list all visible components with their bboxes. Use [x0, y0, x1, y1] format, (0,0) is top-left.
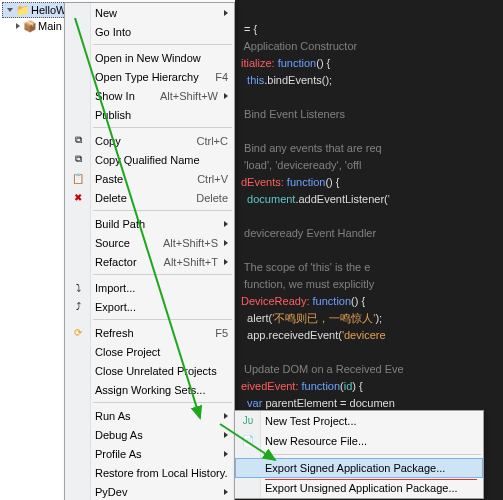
menu-separator: [93, 127, 232, 128]
code-line: 'load', 'deviceready', 'offl: [241, 159, 361, 171]
submenu-item-export-unsigned[interactable]: Export Unsigned Application Package...: [235, 478, 483, 498]
menu-item-profile-as[interactable]: Profile As: [65, 444, 234, 463]
submenu-arrow-icon: [224, 432, 228, 438]
refresh-icon: ⟳: [70, 325, 86, 339]
menu-item-open-new-window[interactable]: Open in New Window: [65, 48, 234, 67]
menu-separator: [93, 319, 232, 320]
export-icon: ⤴: [70, 299, 86, 313]
code-line: this: [241, 74, 264, 86]
file-icon: 📄: [240, 433, 256, 447]
menu-separator: [93, 210, 232, 211]
submenu-item-export-signed[interactable]: Export Signed Application Package...: [235, 458, 483, 478]
submenu-arrow-icon: [224, 489, 228, 495]
menu-item-copy-qualified[interactable]: ⧉Copy Qualified Name: [65, 150, 234, 169]
submenu-arrow-icon: [224, 240, 228, 246]
submenu-arrow-icon: [224, 413, 228, 419]
menu-item-paste[interactable]: 📋PasteCtrl+V: [65, 169, 234, 188]
menu-item-publish[interactable]: Publish: [65, 105, 234, 124]
menu-item-restore[interactable]: Restore from Local History...: [65, 463, 234, 482]
code-line: Bind Event Listeners: [241, 108, 345, 120]
menu-separator: [93, 44, 232, 45]
submenu-arrow-icon: [224, 451, 228, 457]
code-line: dEvents:: [241, 176, 284, 188]
menu-item-copy[interactable]: ⧉CopyCtrl+C: [65, 131, 234, 150]
submenu-item-new-test[interactable]: JυNew Test Project...: [235, 411, 483, 431]
code-line: eivedEvent:: [241, 380, 298, 392]
code-line: app.receivedEvent(: [241, 329, 342, 341]
menu-item-refresh[interactable]: ⟳RefreshF5: [65, 323, 234, 342]
tree-item-child[interactable]: 📦 Main: [2, 18, 66, 34]
menu-item-build-path[interactable]: Build Path: [65, 214, 234, 233]
submenu-arrow-icon: [224, 259, 228, 265]
code-line: alert(: [241, 312, 272, 324]
tree-item-label: Main: [38, 20, 62, 32]
code-line: var: [241, 397, 262, 409]
menu-separator: [93, 402, 232, 403]
code-line: function, we must explicitly: [241, 278, 374, 290]
code-line: DeviceReady:: [241, 295, 309, 307]
code-line: = {: [241, 23, 257, 35]
submenu-arrow-icon: [224, 221, 228, 227]
menu-item-import[interactable]: ⤵Import...: [65, 278, 234, 297]
code-line: The scope of 'this' is the e: [241, 261, 370, 273]
menu-item-source[interactable]: SourceAlt+Shift+S: [65, 233, 234, 252]
package-icon: 📦: [24, 20, 36, 32]
code-line: Update DOM on a Received Eve: [241, 363, 404, 375]
menu-item-export[interactable]: ⤴Export...: [65, 297, 234, 316]
tree-item-label: HelloW: [31, 4, 66, 16]
menu-item-close-unrelated[interactable]: Close Unrelated Projects: [65, 361, 234, 380]
menu-item-new[interactable]: New: [65, 3, 234, 22]
menu-separator: [263, 454, 481, 455]
copy-icon: ⧉: [70, 133, 86, 147]
code-line: itialize:: [241, 57, 275, 69]
code-line: Bind any events that are req: [241, 142, 382, 154]
submenu-item-new-resource[interactable]: 📄New Resource File...: [235, 431, 483, 451]
menu-item-run-as[interactable]: Run As: [65, 406, 234, 425]
submenu-arrow-icon: [224, 93, 228, 99]
context-menu: New Go Into Open in New Window Open Type…: [64, 2, 235, 500]
menu-item-go-into[interactable]: Go Into: [65, 22, 234, 41]
menu-item-show-in[interactable]: Show InAlt+Shift+W: [65, 86, 234, 105]
project-explorer[interactable]: 📁 HelloW 📦 Main: [2, 2, 66, 498]
menu-item-pydev[interactable]: PyDev: [65, 482, 234, 500]
submenu-arrow-icon: [224, 10, 228, 16]
delete-icon: ✖: [70, 190, 86, 204]
menu-item-assign-ws[interactable]: Assign Working Sets...: [65, 380, 234, 399]
menu-item-debug-as[interactable]: Debug As: [65, 425, 234, 444]
junit-icon: Jυ: [240, 413, 256, 427]
menu-separator: [93, 274, 232, 275]
menu-item-refactor[interactable]: RefactorAlt+Shift+T: [65, 252, 234, 271]
caret-down-icon: [7, 8, 13, 12]
caret-right-icon: [16, 23, 20, 29]
android-tools-submenu: JυNew Test Project... 📄New Resource File…: [234, 410, 484, 499]
code-line: Application Constructor: [241, 40, 357, 52]
paste-icon: 📋: [70, 171, 86, 185]
code-line: document: [241, 193, 295, 205]
menu-item-close-project[interactable]: Close Project: [65, 342, 234, 361]
tree-item-root[interactable]: 📁 HelloW: [2, 2, 66, 18]
import-icon: ⤵: [70, 280, 86, 294]
project-icon: 📁: [17, 4, 29, 16]
menu-item-delete[interactable]: ✖DeleteDelete: [65, 188, 234, 207]
copy-icon: ⧉: [70, 152, 86, 166]
menu-item-open-type-hierarchy[interactable]: Open Type HierarchyF4: [65, 67, 234, 86]
code-line: deviceready Event Handler: [241, 227, 376, 239]
